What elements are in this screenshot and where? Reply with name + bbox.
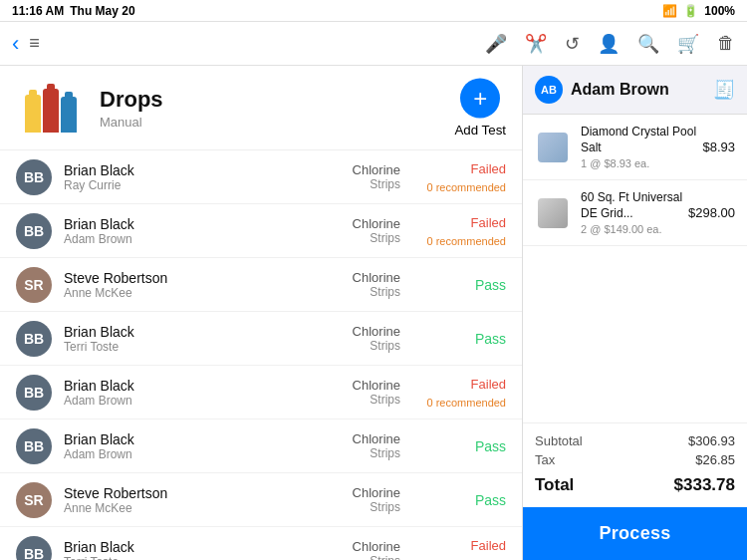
process-button[interactable]: Process: [523, 507, 747, 560]
main-layout: Drops Manual + Add Test BB Brian Black R…: [0, 66, 747, 560]
avatar: BB: [16, 428, 52, 464]
bottle-blue: [61, 92, 77, 133]
row-test-type: Chlorine Strips: [353, 378, 400, 407]
add-test-button[interactable]: + Add Test: [454, 79, 506, 138]
nav-bar: ‹ ≡ 🎤 ✂️ ↺ 👤 🔍 🛒 🗑: [0, 22, 747, 66]
refresh-icon[interactable]: ↺: [565, 33, 580, 55]
test-row[interactable]: SR Steve Robertson Anne McKee Chlorine S…: [0, 258, 522, 312]
add-test-circle: +: [460, 79, 500, 119]
menu-button[interactable]: ≡: [29, 33, 40, 54]
result-failed: Failed 0 recommended: [416, 213, 506, 249]
row-name: Brian Black: [64, 162, 353, 178]
status-bar: 11:16 AM Thu May 20 📶 🔋 100%: [0, 0, 747, 22]
row-names: Steve Robertson Anne McKee: [64, 270, 353, 300]
tax-row: Tax $26.85: [535, 452, 735, 467]
page-subtitle: Manual: [100, 115, 163, 130]
row-names: Brian Black Adam Brown: [64, 431, 353, 461]
product-thumbnail: [538, 133, 568, 162]
cart-item-name: Diamond Crystal Pool Salt: [581, 125, 702, 155]
header-section: Drops Manual + Add Test: [0, 66, 522, 150]
cart-item[interactable]: Diamond Crystal Pool Salt 1 @ $8.93 ea. …: [523, 115, 747, 180]
row-test-main: Chlorine: [353, 324, 400, 339]
avatar: SR: [16, 482, 52, 518]
row-sub: Terri Toste: [64, 555, 353, 561]
battery-percent: 100%: [704, 4, 735, 18]
cart-item-details: Diamond Crystal Pool Salt 1 @ $8.93 ea.: [581, 125, 702, 169]
status-day: Thu May 20: [70, 4, 134, 18]
row-test-sub: Strips: [353, 500, 400, 514]
bottle-red: [43, 84, 59, 133]
status-time: 11:16 AM: [12, 4, 64, 18]
receipt-icon[interactable]: 🧾: [713, 79, 735, 101]
customer-header: AB Adam Brown 🧾: [523, 66, 747, 115]
row-test-type: Chlorine Strips: [353, 216, 400, 245]
cart-icon[interactable]: 🛒: [677, 33, 699, 55]
mic-icon[interactable]: 🎤: [485, 33, 507, 55]
result-pass: Pass: [416, 437, 506, 455]
test-row[interactable]: SR Steve Robertson Anne McKee Chlorine S…: [0, 473, 522, 527]
result-pass: Pass: [416, 276, 506, 294]
row-test-sub: Strips: [353, 285, 400, 299]
result-failed: Failed 0 recommended: [416, 536, 506, 561]
row-sub: Adam Brown: [64, 447, 353, 461]
totals-section: Subtotal $306.93 Tax $26.85 Total $333.7…: [523, 422, 747, 507]
test-row[interactable]: BB Brian Black Adam Brown Chlorine Strip…: [0, 366, 522, 420]
person-icon[interactable]: 👤: [598, 33, 620, 55]
subtotal-label: Subtotal: [535, 433, 583, 448]
search-icon[interactable]: 🔍: [637, 33, 659, 55]
row-sub: Ray Currie: [64, 178, 353, 192]
battery-icon: 🔋: [683, 4, 698, 18]
tax-value: $26.85: [695, 452, 735, 467]
row-test-main: Chlorine: [353, 162, 400, 177]
avatar: BB: [16, 213, 52, 249]
row-test-sub: Strips: [353, 177, 400, 191]
row-test-sub: Strips: [353, 339, 400, 353]
row-sub: Adam Brown: [64, 394, 353, 408]
row-test-type: Chlorine Strips: [353, 539, 400, 560]
row-test-type: Chlorine Strips: [353, 162, 400, 191]
cart-item-name: 60 Sq. Ft Universal DE Grid...: [581, 190, 688, 221]
row-names: Brian Black Terri Toste: [64, 539, 353, 561]
row-test-main: Chlorine: [353, 539, 400, 554]
product-image: [16, 78, 86, 138]
row-test-main: Chlorine: [353, 431, 400, 446]
result-failed: Failed 0 recommended: [416, 375, 506, 411]
row-test-main: Chlorine: [353, 485, 400, 500]
row-name: Brian Black: [64, 431, 353, 447]
back-button[interactable]: ‹: [12, 33, 19, 55]
nav-top-icons: 🎤 ✂️ ↺ 👤 🔍 🛒 🗑: [485, 33, 735, 55]
row-sub: Adam Brown: [64, 232, 353, 246]
cart-item-price: $298.00: [688, 205, 735, 220]
cart-item-qty: 1 @ $8.93 ea.: [581, 157, 702, 169]
row-test-main: Chlorine: [353, 270, 400, 285]
test-row[interactable]: BB Brian Black Adam Brown Chlorine Strip…: [0, 420, 522, 473]
wifi-icon: 📶: [662, 4, 677, 18]
header-title-area: Drops Manual: [100, 87, 163, 130]
test-row[interactable]: BB Brian Black Ray Currie Chlorine Strip…: [0, 150, 522, 204]
row-name: Brian Black: [64, 539, 353, 555]
cart-item[interactable]: 60 Sq. Ft Universal DE Grid... 2 @ $149.…: [523, 180, 747, 246]
right-panel: AB Adam Brown 🧾 Diamond Crystal Pool Sal…: [523, 66, 747, 560]
customer-name: Adam Brown: [571, 81, 669, 99]
row-name: Steve Robertson: [64, 270, 353, 286]
row-test-sub: Strips: [353, 231, 400, 245]
row-names: Brian Black Adam Brown: [64, 378, 353, 408]
bottle-yellow: [25, 90, 41, 133]
row-name: Brian Black: [64, 378, 353, 394]
trash-icon[interactable]: 🗑: [717, 33, 735, 54]
bottles-graphic: [25, 84, 77, 133]
cart-item-image: [535, 130, 571, 165]
row-name: Brian Black: [64, 324, 353, 340]
add-test-label: Add Test: [454, 123, 506, 138]
result-pass: Pass: [416, 491, 506, 509]
row-test-type: Chlorine Strips: [353, 324, 400, 353]
row-test-type: Chlorine Strips: [353, 485, 400, 514]
scissors-icon[interactable]: ✂️: [525, 33, 547, 55]
left-panel: Drops Manual + Add Test BB Brian Black R…: [0, 66, 523, 560]
subtotal-row: Subtotal $306.93: [535, 433, 735, 448]
test-row[interactable]: BB Brian Black Terri Toste Chlorine Stri…: [0, 312, 522, 366]
test-row[interactable]: BB Brian Black Adam Brown Chlorine Strip…: [0, 204, 522, 258]
row-names: Steve Robertson Anne McKee: [64, 485, 353, 515]
row-test-type: Chlorine Strips: [353, 270, 400, 299]
test-row[interactable]: BB Brian Black Terri Toste Chlorine Stri…: [0, 527, 522, 560]
